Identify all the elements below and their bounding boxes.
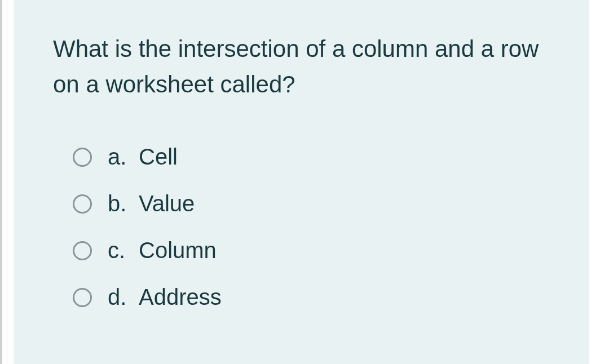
option-b[interactable]: b. Value <box>73 191 550 216</box>
radio-icon <box>73 288 92 307</box>
option-label: Column <box>139 238 217 263</box>
option-c[interactable]: c. Column <box>73 238 550 263</box>
option-letter: a. <box>108 144 139 170</box>
radio-icon <box>73 241 92 260</box>
option-label: Value <box>139 191 195 216</box>
option-letter: c. <box>108 238 139 263</box>
left-border-line <box>0 0 2 364</box>
options-list: a. Cell b. Value c. Column d. Address <box>53 144 550 310</box>
option-label: Cell <box>139 144 178 170</box>
radio-icon <box>73 148 92 167</box>
radio-icon <box>73 194 92 214</box>
question-card: What is the intersection of a column and… <box>14 0 589 364</box>
option-d[interactable]: d. Address <box>73 285 550 310</box>
option-letter: d. <box>108 285 139 310</box>
option-letter: b. <box>108 191 139 216</box>
option-a[interactable]: a. Cell <box>73 144 550 170</box>
option-label: Address <box>139 285 222 310</box>
question-prompt: What is the intersection of a column and… <box>53 31 550 102</box>
